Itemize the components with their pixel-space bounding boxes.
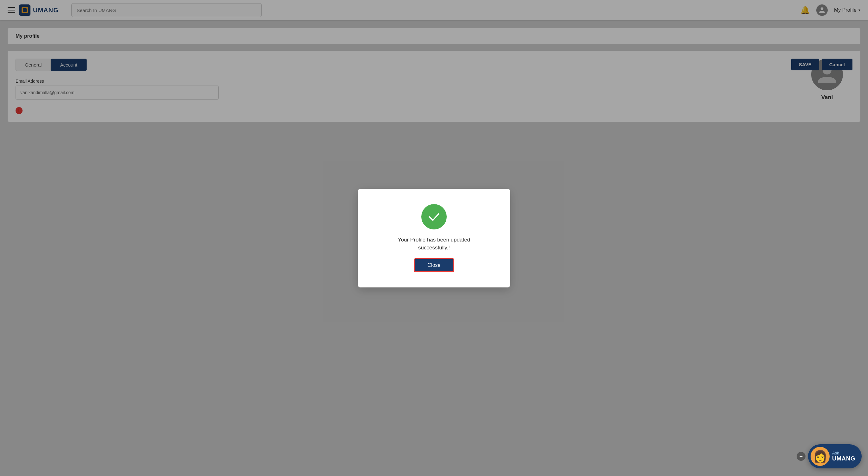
ask-umang-text: Ask UMANG bbox=[832, 451, 855, 462]
ask-umang-bubble[interactable]: 👩 Ask UMANG bbox=[808, 444, 862, 468]
minimize-icon[interactable]: − bbox=[797, 452, 806, 461]
modal-message-line1: Your Profile has been updated bbox=[398, 237, 470, 243]
modal-message: Your Profile has been updated successful… bbox=[398, 236, 470, 252]
checkmark-icon bbox=[427, 210, 441, 224]
ask-umang-avatar: 👩 bbox=[811, 447, 830, 466]
success-modal: Your Profile has been updated successful… bbox=[358, 189, 510, 287]
umang-label: UMANG bbox=[832, 455, 855, 462]
ask-label: Ask bbox=[832, 451, 855, 455]
close-button[interactable]: Close bbox=[414, 258, 454, 272]
modal-overlay: Your Profile has been updated successful… bbox=[0, 0, 868, 476]
ask-umang-widget: − 👩 Ask UMANG bbox=[797, 444, 862, 468]
modal-message-line2: successfully.! bbox=[418, 245, 450, 251]
success-icon bbox=[421, 204, 447, 230]
